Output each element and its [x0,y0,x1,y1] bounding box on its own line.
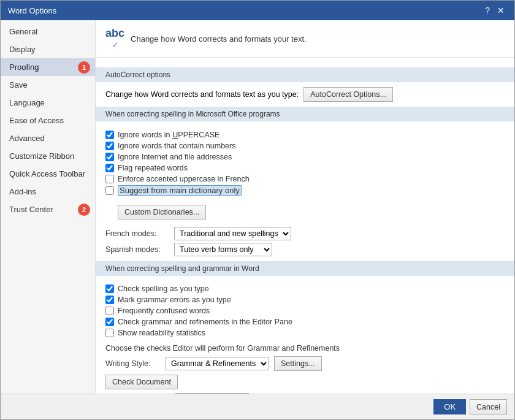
abc-icon: abc [105,28,124,39]
help-button[interactable]: ? [483,6,492,15]
sidebar-item-language[interactable]: Language [1,94,95,112]
check-document-button[interactable]: Check Document [105,375,178,389]
autocorrect-options-row: Change how Word corrects and formats tex… [105,87,505,102]
sidebar-item-trust-center[interactable]: Trust Center2 [1,200,95,218]
spelling-option-row-2: Ignore Internet and file addresses [105,151,505,162]
spelling-checkbox-1[interactable] [105,142,114,150]
french-modes-row: French modes: Traditional and new spelli… [105,227,505,240]
badge-2: 2 [78,204,90,216]
writing-style-label: Writing Style: [105,359,161,368]
french-modes-select[interactable]: Traditional and new spellingsTraditional… [174,227,291,240]
spanish-modes-label: Spanish modes: [105,245,167,254]
grammar-section-header: When correcting spelling and grammar in … [96,261,514,276]
grammar-option-row-4: Show readability statistics [105,327,505,338]
word-options-dialog: Word Options ? ✕ GeneralDisplayProofing1… [0,0,515,420]
panel-content: AutoCorrect options Change how Word corr… [96,58,514,394]
spelling-option-label-3: Flag repeated words [118,164,188,172]
spelling-checkbox-4[interactable] [105,175,114,183]
check-doc-area: Check Document [105,375,505,389]
sidebar-item-proofing[interactable]: Proofing1 [1,58,95,76]
sidebar: GeneralDisplayProofing1SaveLanguageEase … [1,20,96,394]
spelling-checkbox-0[interactable] [105,131,114,139]
sidebar-item-save[interactable]: Save [1,76,95,94]
spelling-option-label-1: Ignore words that contain numbers [118,142,235,150]
autocorrect-options-button[interactable]: AutoCorrect Options... [303,87,393,102]
spelling-checkbox-2[interactable] [105,153,114,161]
grammar-option-label-1: Mark grammar errors as you type [118,296,231,304]
grammar-option-label-4: Show readability statistics [118,329,205,337]
sidebar-item-display[interactable]: Display [1,40,95,58]
grammar-option-row-3: Check grammar and refinements in the Edi… [105,316,505,327]
spelling-option-row-4: Enforce accented uppercase in French [105,174,505,185]
autocorrect-label: Change how Word corrects and formats tex… [105,90,299,99]
grammar-options-list: Check spelling as you typeMark grammar e… [105,281,505,341]
custom-dictionaries-button[interactable]: Custom Dictionaries... [118,205,206,220]
sidebar-item-add-ins[interactable]: Add-ins [1,183,95,200]
spelling-option-row-1: Ignore words that contain numbers [105,140,505,151]
checkmark-icon: ✓ [112,40,119,50]
grammar-checkbox-3[interactable] [105,318,114,326]
settings-button[interactable]: Settings... [274,356,322,371]
spanish-modes-row: Spanish modes: Tuteo verb forms onlyVose… [105,243,505,256]
spelling-option-label-2: Ignore Internet and file addresses [118,153,232,161]
grammar-checkbox-0[interactable] [105,284,114,293]
badge-1: 1 [78,61,90,74]
writing-style-row: Writing Style: Grammar & RefinementsGram… [105,356,505,371]
sidebar-item-customize-ribbon[interactable]: Customize Ribbon [1,147,95,165]
autocorrect-section-header: AutoCorrect options [96,67,514,82]
header-description: Change how Word corrects and formats you… [131,34,307,44]
spelling-checkbox-5[interactable] [105,186,114,195]
spelling-option-label-0: Ignore words in UPPERCASE [118,130,219,139]
sidebar-item-general[interactable]: General [1,23,95,40]
spelling-section-header: When correcting spelling in Microsoft Of… [96,107,514,121]
title-bar-controls: ? ✕ [483,6,507,15]
grammar-checkbox-2[interactable] [105,307,114,315]
grammar-option-row-0: Check spelling as you type [105,283,505,294]
sidebar-item-advanced[interactable]: Advanced [1,129,95,147]
cancel-button[interactable]: Cancel [470,399,507,414]
right-panel: abc ✓ Change how Word corrects and forma… [96,20,514,394]
french-modes-label: French modes: [105,229,167,238]
spelling-option-row-3: Flag repeated words [105,162,505,174]
spelling-option-row-5: Suggest from main dictionary only [105,185,505,196]
spelling-options-list: Ignore words in UPPERCASEIgnore words th… [105,126,505,199]
dialog-footer: OK Cancel [1,394,514,419]
custom-dict-area: Custom Dictionaries... [118,201,505,223]
spelling-checkbox-3[interactable] [105,164,114,172]
spelling-option-row-0: Ignore words in UPPERCASE [105,129,505,140]
ok-button[interactable]: OK [433,399,466,414]
sidebar-item-quick-access-toolbar[interactable]: Quick Access Toolbar [1,165,95,183]
grammar-checkbox-1[interactable] [105,296,114,304]
grammar-option-row-2: Frequently confused words [105,305,505,316]
spelling-option-label-4: Enforce accented uppercase in French [118,175,250,183]
spanish-modes-select[interactable]: Tuteo verb forms onlyVoseo verb forms on… [174,243,272,256]
close-button[interactable]: ✕ [495,6,507,15]
grammar-checkbox-4[interactable] [105,329,114,337]
grammar-option-label-0: Check spelling as you type [118,284,209,293]
dialog-title: Word Options [8,6,56,15]
grammar-option-label-2: Frequently confused words [118,307,210,315]
sidebar-item-ease-of-access[interactable]: Ease of Access [1,112,95,129]
title-bar: Word Options ? ✕ [1,1,514,20]
main-content-area: GeneralDisplayProofing1SaveLanguageEase … [1,20,514,394]
suggest-highlight: Suggest from main dictionary only [118,185,242,196]
spelling-option-label-5: Suggest from main dictionary only [118,186,242,195]
editor-label: Choose the checks Editor will perform fo… [105,343,505,353]
panel-header: abc ✓ Change how Word corrects and forma… [96,20,514,58]
grammar-option-row-1: Mark grammar errors as you type [105,294,505,305]
grammar-option-label-3: Check grammar and refinements in the Edi… [118,318,292,326]
writing-style-select[interactable]: Grammar & RefinementsGrammar Only [166,357,269,370]
